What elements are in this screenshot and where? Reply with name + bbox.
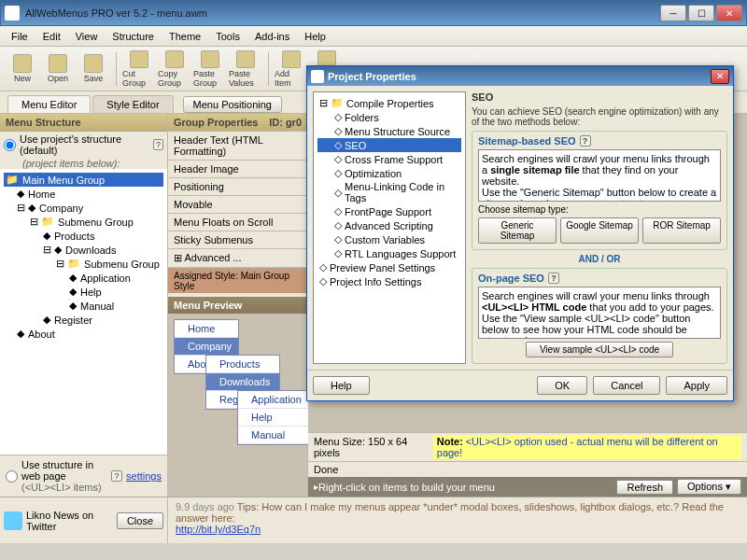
help-icon[interactable]: ? (111, 470, 122, 482)
ok-button[interactable]: OK (537, 376, 587, 395)
assigned-style: Assigned Style: Main Group Style (168, 268, 307, 293)
use-webpage-radio[interactable] (6, 470, 18, 483)
tree-help[interactable]: ◆ Help (4, 285, 163, 299)
dialog-close-button[interactable]: ✕ (711, 69, 729, 84)
tree-products[interactable]: ◆ Products (4, 229, 163, 243)
tree-about[interactable]: ◆ About (4, 327, 163, 341)
close-button[interactable]: ✕ (716, 5, 742, 21)
structure-tree: 📁 Main Menu Group ◆ Home ⊟ ◆ Company ⊟ 📁… (0, 169, 167, 455)
choose-sitemap-label: Choose sitemap type: (478, 204, 721, 215)
preview-menu-3: Application Help Manual (237, 390, 310, 445)
apply-button[interactable]: Apply (666, 376, 727, 395)
paste-values-icon (236, 50, 255, 68)
use-webpage-label: Use structure in web page (21, 459, 107, 482)
tree-company[interactable]: ⊟ ◆ Company (4, 201, 163, 215)
tool-save[interactable]: Save (77, 50, 110, 88)
tip-area: 9.9 days ago Tips: How can I make my men… (168, 497, 747, 543)
help-icon[interactable]: ? (580, 135, 591, 147)
cancel-button[interactable]: Cancel (593, 376, 660, 395)
tree-submenu-group[interactable]: ⊟ 📁 Submenu Group (4, 215, 163, 229)
prop-movable[interactable]: Movable (168, 196, 307, 214)
menu-view[interactable]: View (68, 29, 106, 44)
tab-style-editor[interactable]: Style Editor (92, 95, 173, 113)
close-news-button[interactable]: Close (117, 512, 163, 529)
menu-edit[interactable]: Edit (35, 29, 68, 44)
prop-header-text[interactable]: Header Text (HTML Formatting) (168, 132, 307, 161)
tree-submenu-group-2[interactable]: ⊟ 📁 Submenu Group (4, 257, 163, 271)
tool-open[interactable]: Open (41, 50, 75, 88)
google-sitemap-button[interactable]: Google Sitemap (560, 217, 639, 244)
preview-manual[interactable]: Manual (238, 427, 309, 444)
tree-compile-properties[interactable]: ⊟ 📁 Compile Properties (317, 96, 461, 110)
titlebar: AllWebMenus PRO ver 5.2 - menu.awm ─ ☐ ✕ (0, 0, 747, 26)
menu-help[interactable]: Help (297, 29, 333, 44)
prop-header-image[interactable]: Header Image (168, 161, 307, 178)
seo-description: You can achieve SEO (search engine optim… (472, 106, 727, 127)
tool-cut-group[interactable]: Cut Group (122, 50, 156, 88)
tree-cross-frame[interactable]: ◇ Cross Frame Support (317, 152, 461, 166)
use-default-label: Use project's structure (default) (20, 133, 149, 156)
preview-products[interactable]: Products (206, 356, 279, 373)
group-properties-header: Group PropertiesID: gr0 (168, 114, 307, 132)
sitemap-seo-group: Sitemap-based SEO ? Search engines will … (472, 131, 727, 250)
preview-help-item[interactable]: Help (238, 409, 309, 427)
tree-optimization[interactable]: ◇ Optimization (317, 166, 461, 180)
menu-structure[interactable]: Structure (105, 29, 162, 44)
save-icon (84, 54, 103, 73)
tool-paste-values[interactable]: Paste Values (229, 50, 262, 88)
menu-positioning-button[interactable]: Menu Positioning (183, 96, 282, 113)
menu-theme[interactable]: Theme (162, 29, 208, 44)
seo-heading: SEO (472, 91, 727, 103)
menu-tools[interactable]: Tools (208, 29, 247, 44)
onpage-seo-text[interactable]: Search engines will crawl your menu link… (478, 287, 721, 339)
tree-manual[interactable]: ◆ Manual (4, 299, 163, 313)
tree-home[interactable]: ◆ Home (4, 187, 163, 201)
tab-menu-editor[interactable]: Menu Editor (7, 95, 91, 113)
help-icon[interactable]: ? (548, 273, 559, 284)
tree-application[interactable]: ◆ Application (4, 271, 163, 285)
maximize-button[interactable]: ☐ (688, 5, 714, 21)
tree-project-info-settings[interactable]: ◇ Project Info Settings (317, 274, 461, 288)
prop-advanced[interactable]: ⊞ Advanced ... (168, 249, 307, 268)
generic-sitemap-button[interactable]: Generic Sitemap (478, 217, 557, 244)
tree-rtl[interactable]: ◇ RTL Languages Support (317, 246, 461, 260)
preview-company[interactable]: Company (175, 338, 238, 356)
refresh-button[interactable]: Refresh (616, 480, 673, 495)
tree-custom-variables[interactable]: ◇ Custom Variables (317, 232, 461, 246)
options-button[interactable]: Options ▾ (677, 479, 741, 495)
tool-new[interactable]: New (6, 50, 39, 88)
preview-downloads[interactable]: Downloads (206, 373, 279, 391)
menu-file[interactable]: File (4, 29, 35, 44)
tree-downloads[interactable]: ⊟ ◆ Downloads (4, 243, 163, 257)
view-sample-button[interactable]: View sample <UL><LI> code (526, 342, 673, 357)
tree-menu-linking[interactable]: ◇ Menu-Linking Code in Tags (317, 180, 461, 204)
tree-preview-panel-settings[interactable]: ◇ Preview Panel Settings (317, 260, 461, 274)
tree-register[interactable]: ◆ Register (4, 313, 163, 327)
sitemap-seo-text[interactable]: Search engines will crawl your menu link… (478, 149, 721, 202)
tree-advanced-scripting[interactable]: ◇ Advanced Scripting (317, 218, 461, 232)
tree-seo[interactable]: ◇ SEO (317, 138, 461, 152)
help-icon[interactable]: ? (153, 139, 163, 150)
project-properties-dialog: Project Properties ✕ ⊟ 📁 Compile Propert… (306, 65, 734, 401)
settings-link[interactable]: settings (126, 470, 162, 482)
tree-menu-structure-source[interactable]: ◇ Menu Structure Source (317, 124, 461, 138)
preview-home[interactable]: Home (175, 320, 238, 338)
help-button[interactable]: Help (313, 376, 370, 395)
tree-folders[interactable]: ◇ Folders (317, 110, 461, 124)
preview-application[interactable]: Application (238, 391, 309, 409)
tip-link[interactable]: http://bit.ly/d3Eq7n (176, 524, 261, 535)
minimize-button[interactable]: ─ (660, 5, 686, 21)
prop-positioning[interactable]: Positioning (168, 178, 307, 196)
tool-paste-group[interactable]: Paste Group (193, 50, 227, 88)
hint-bar: ▸ Right-click on items to build your men… (308, 477, 747, 497)
prop-sticky[interactable]: Sticky Submenus (168, 231, 307, 249)
tree-main-menu-group[interactable]: 📁 Main Menu Group (4, 173, 163, 187)
status-bar: Menu Size: 150 x 64 pixels Note: <UL><LI… (308, 432, 747, 461)
ror-sitemap-button[interactable]: ROR Sitemap (642, 217, 721, 244)
tool-copy-group[interactable]: Copy Group (158, 50, 191, 88)
tree-frontpage[interactable]: ◇ FrontPage Support (317, 204, 461, 218)
prop-floats[interactable]: Menu Floats on Scroll (168, 214, 307, 231)
menu-addins[interactable]: Add-ins (247, 29, 297, 44)
use-default-radio[interactable] (4, 139, 16, 151)
tool-add-item[interactable]: Add Item (275, 50, 308, 88)
